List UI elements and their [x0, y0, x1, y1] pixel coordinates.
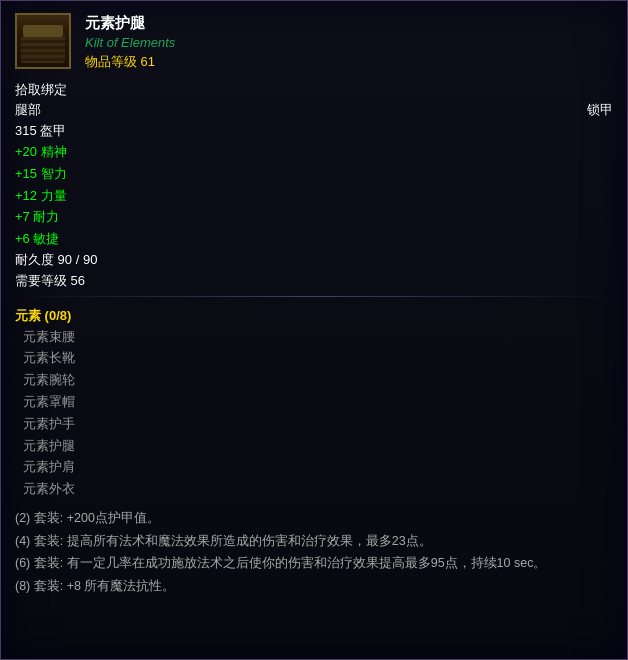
slot-text: 腿部	[15, 100, 41, 121]
required-level: 需要等级 56	[15, 271, 613, 292]
item-header-text: 元素护腿 Kilt of Elements 物品等级 61	[85, 13, 175, 72]
set-bonuses-section: (2) 套装: +200点护甲值。 (4) 套装: 提高所有法术和魔法效果所造成…	[15, 506, 613, 597]
set-item-5: 元素护腿	[15, 436, 613, 457]
set-bonus-3: (8) 套装: +8 所有魔法抗性。	[15, 576, 613, 597]
type-text: 锁甲	[587, 100, 613, 121]
stat-0: +20 精神	[15, 142, 613, 163]
item-level: 物品等级 61	[85, 53, 175, 71]
item-name-en: Kilt of Elements	[85, 35, 175, 52]
set-item-4: 元素护手	[15, 414, 613, 435]
item-icon	[15, 13, 71, 69]
stats-section: +20 精神 +15 智力 +12 力量 +7 耐力 +6 敏捷	[15, 142, 613, 250]
divider-1	[15, 296, 613, 297]
set-bonus-0: (2) 套装: +200点护甲值。	[15, 508, 613, 529]
set-bonus-1: (4) 套装: 提高所有法术和魔法效果所造成的伤害和治疗效果，最多23点。	[15, 531, 613, 552]
durability: 耐久度 90 / 90	[15, 250, 613, 271]
set-item-0: 元素束腰	[15, 327, 613, 348]
stat-1: +15 智力	[15, 164, 613, 185]
kilt-icon-visual	[17, 15, 69, 67]
set-item-3: 元素罩帽	[15, 392, 613, 413]
tooltip-container: 元素护腿 Kilt of Elements 物品等级 61 拾取绑定 腿部 锁甲…	[0, 0, 628, 660]
armor-value: 315 盔甲	[15, 121, 613, 142]
stat-3: +7 耐力	[15, 207, 613, 228]
set-item-7: 元素外衣	[15, 479, 613, 500]
set-bonus-2: (6) 套装: 有一定几率在成功施放法术之后使你的伤害和治疗效果提高最多95点，…	[15, 553, 613, 574]
item-name-cn: 元素护腿	[85, 13, 175, 33]
bind-text: 拾取绑定	[15, 80, 613, 101]
slot-type-row: 腿部 锁甲	[15, 100, 613, 121]
set-items-section: 元素束腰 元素长靴 元素腕轮 元素罩帽 元素护手 元素护腿 元素护肩 元素外衣	[15, 327, 613, 500]
item-header: 元素护腿 Kilt of Elements 物品等级 61	[15, 13, 613, 72]
stat-2: +12 力量	[15, 186, 613, 207]
set-name: 元素 (0/8)	[15, 305, 613, 327]
set-item-2: 元素腕轮	[15, 370, 613, 391]
set-item-6: 元素护肩	[15, 457, 613, 478]
set-item-1: 元素长靴	[15, 348, 613, 369]
icon-inner	[17, 15, 69, 67]
stat-4: +6 敏捷	[15, 229, 613, 250]
